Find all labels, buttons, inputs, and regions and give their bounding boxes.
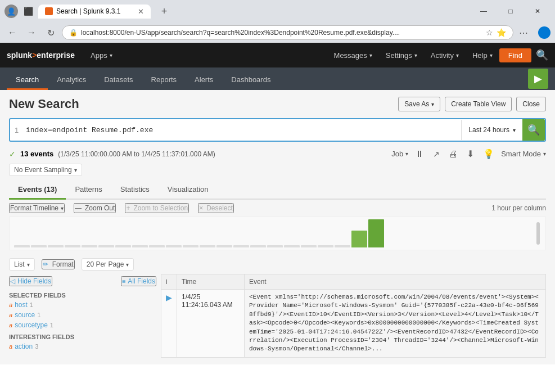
page-header: New Search Save As ▾ Create Table View C… <box>9 97 546 111</box>
format-timeline-button[interactable]: Format Timeline ▾ <box>9 203 65 213</box>
tab-events[interactable]: Events (13) <box>9 181 66 200</box>
results-pane-wrapper: ◁ Hide Fields ≡ All Fields SELECTED FIEL… <box>9 274 546 358</box>
splunk-navbar: splunk>enterprise Apps ▾ Messages ▾ Sett… <box>0 43 555 67</box>
browser-frame: 👤 ⬛ Search | Splunk 9.3.1 ✕ + — □ ✕ ← → … <box>0 0 555 43</box>
address-bar[interactable]: 🔒 localhost:8000/en-US/app/search/search… <box>62 25 513 40</box>
timeline-bar <box>183 245 198 247</box>
subnav-search[interactable]: Search <box>7 71 48 90</box>
address-text: localhost:8000/en-US/app/search/search?q… <box>81 29 482 37</box>
all-fields-button[interactable]: ≡ All Fields <box>121 276 156 286</box>
share-icon[interactable]: ⭐ <box>497 28 506 37</box>
window-controls: — □ ✕ <box>471 2 551 20</box>
events-table-pane: i Time Event ▶ 1/4/2511:24:16.043 AM <Ev… <box>161 274 546 358</box>
nav-item-help[interactable]: Help ▾ <box>466 43 499 67</box>
col-header-time: Time <box>177 274 245 290</box>
subnav-reports[interactable]: Reports <box>142 71 186 90</box>
expand-cell[interactable]: ▶ <box>161 290 177 358</box>
job-button[interactable]: Job ▾ <box>391 150 408 158</box>
tab-statistics[interactable]: Statistics <box>111 181 159 200</box>
profile-icon[interactable]: 👤 <box>4 4 18 18</box>
timeline-bar <box>115 245 131 247</box>
field-item-host[interactable]: a host 1 <box>9 300 156 310</box>
save-as-button[interactable]: Save As ▾ <box>398 97 440 111</box>
event-cell: <Event xmlns='http://schemas.microsoft.c… <box>245 290 546 358</box>
print-icon[interactable]: 🖨 <box>446 149 460 159</box>
create-table-view-button[interactable]: Create Table View <box>445 97 512 111</box>
nav-item-apps[interactable]: Apps ▾ <box>84 43 119 67</box>
bulb-icon: 💡 <box>481 148 497 159</box>
format-button[interactable]: ✏ Format <box>42 259 75 269</box>
deselect-button[interactable]: Deselect <box>198 203 234 213</box>
tab-visualization[interactable]: Visualization <box>159 181 218 200</box>
timeline-controls: Format Timeline ▾ Zoom Out Zoom to Selec… <box>9 200 546 217</box>
fields-header: ◁ Hide Fields ≡ All Fields <box>9 274 156 289</box>
back-button[interactable]: ← <box>4 25 20 40</box>
timeline-bar-active <box>368 219 384 247</box>
tab-group-icon[interactable]: ⬛ <box>21 4 35 18</box>
hide-fields-button[interactable]: ◁ Hide Fields <box>9 276 52 286</box>
timeline-chart <box>9 217 546 250</box>
per-column-label: 1 hour per column <box>491 204 546 212</box>
tab-patterns[interactable]: Patterns <box>66 181 111 200</box>
col-header-i: i <box>161 274 177 290</box>
search-bar-wrapper: 1 Last 24 hours ▾ 🔍 <box>9 118 546 142</box>
subnav-analytics[interactable]: Analytics <box>48 71 95 90</box>
results-bar: ✓ 13 events (1/3/25 11:00:00.000 AM to 1… <box>9 146 546 161</box>
refresh-button[interactable]: ↻ <box>43 25 58 40</box>
search-input[interactable] <box>24 121 461 139</box>
timeline-bar <box>233 245 249 247</box>
run-search-button[interactable]: ▶ <box>528 69 548 89</box>
timeline-bar <box>250 245 266 247</box>
lock-icon: 🔒 <box>69 29 78 37</box>
field-item-source[interactable]: a source 1 <box>9 310 156 320</box>
page-title: New Search <box>9 97 398 111</box>
list-button[interactable]: List ▾ <box>9 258 35 271</box>
zoom-out-button[interactable]: Zoom Out <box>74 203 116 213</box>
active-tab[interactable]: Search | Splunk 9.3.1 ✕ <box>38 4 151 19</box>
smart-mode-button[interactable]: Smart Mode ▾ <box>501 150 546 158</box>
forward-button[interactable]: → <box>24 25 39 40</box>
field-item-sourcetype[interactable]: a sourcetype 1 <box>9 320 156 330</box>
results-time-range: (1/3/25 11:00:00.000 AM to 1/4/25 11:37:… <box>58 150 215 158</box>
time-range-picker[interactable]: Last 24 hours ▾ <box>461 120 522 140</box>
tab-close-icon[interactable]: ✕ <box>138 7 144 16</box>
download-icon[interactable]: ⬇ <box>464 148 476 159</box>
minimize-button[interactable]: — <box>471 2 497 20</box>
timeline-bar <box>14 245 30 247</box>
field-item-action[interactable]: a action 3 <box>9 341 156 352</box>
timeline-scrollbar[interactable] <box>536 222 540 245</box>
timeline-bar <box>149 245 165 247</box>
per-page-button[interactable]: 20 Per Page ▾ <box>82 258 134 271</box>
check-icon: ✓ <box>9 150 16 159</box>
close-button[interactable]: Close <box>516 97 546 111</box>
nav-item-activity[interactable]: Activity ▾ <box>424 43 466 67</box>
edge-icon <box>538 26 551 39</box>
timeline-bar <box>284 245 300 247</box>
share-icon[interactable]: ↗ <box>431 150 442 159</box>
search-go-button[interactable]: 🔍 <box>522 119 545 141</box>
interesting-fields-title: INTERESTING FIELDS <box>9 330 156 341</box>
table-row: ▶ 1/4/2511:24:16.043 AM <Event xmlns='ht… <box>161 290 546 358</box>
subnav-dashboards[interactable]: Dashboards <box>222 71 279 90</box>
new-tab-button[interactable]: + <box>156 3 172 19</box>
nav-item-settings[interactable]: Settings ▾ <box>379 43 424 67</box>
star-icon[interactable]: ☆ <box>486 28 493 37</box>
more-options-icon[interactable]: ⋯ <box>517 28 530 38</box>
search-icon-nav[interactable]: 🔍 <box>536 49 548 61</box>
timeline-bar <box>48 245 64 247</box>
timeline-bar <box>318 245 333 247</box>
timeline-bar <box>132 245 148 247</box>
splunk-logo: splunk>enterprise <box>7 51 75 60</box>
find-button[interactable]: Find <box>499 48 531 62</box>
pause-icon[interactable]: ⏸ <box>413 149 426 159</box>
close-window-button[interactable]: ✕ <box>525 2 551 20</box>
zoom-to-selection-button[interactable]: Zoom to Selection <box>125 203 189 213</box>
timeline-bar <box>200 245 215 247</box>
nav-item-messages[interactable]: Messages ▾ <box>327 43 379 67</box>
maximize-button[interactable]: □ <box>498 2 524 20</box>
tabs-row: Events (13) Patterns Statistics Visualiz… <box>9 181 546 200</box>
timeline-bar-active <box>351 231 367 247</box>
sampling-button[interactable]: No Event Sampling ▾ <box>9 164 82 176</box>
subnav-alerts[interactable]: Alerts <box>186 71 222 90</box>
subnav-datasets[interactable]: Datasets <box>95 71 142 90</box>
